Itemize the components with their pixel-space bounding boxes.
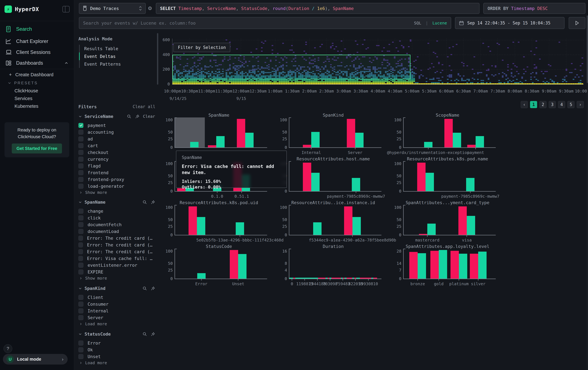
checkbox[interactable] bbox=[78, 302, 84, 307]
source-select[interactable]: Demo Traces bbox=[79, 3, 146, 14]
show-more-spanname[interactable]: Show more bbox=[79, 276, 107, 280]
get-started-button[interactable]: Get Started for Free bbox=[12, 143, 62, 153]
checkbox[interactable] bbox=[78, 170, 84, 175]
filter-option-frontend[interactable]: frontend bbox=[78, 169, 152, 176]
filter-group-header-spankind[interactable]: SpanKind bbox=[78, 286, 155, 291]
gear-icon[interactable]: ⚙ bbox=[148, 4, 152, 11]
help-button[interactable]: ? bbox=[4, 344, 12, 353]
pin-icon[interactable] bbox=[135, 114, 139, 119]
filter-option-error-the-credit-card-[interactable]: Error: The credit card (… bbox=[78, 235, 152, 241]
presets-toggle[interactable]: PRESETS bbox=[7, 81, 38, 85]
checkbox[interactable] bbox=[78, 347, 84, 352]
checkbox[interactable] bbox=[78, 270, 84, 274]
checkbox[interactable] bbox=[78, 249, 83, 254]
sidebar-collapse-icon[interactable] bbox=[63, 6, 70, 12]
search-icon[interactable] bbox=[143, 200, 147, 204]
filter-option-load-generator[interactable]: load-generator bbox=[78, 183, 152, 190]
analysis-mode-results-table[interactable]: Results Table bbox=[79, 45, 150, 52]
pagination-page-1[interactable]: 1 bbox=[530, 101, 537, 108]
page-scrollbar[interactable] bbox=[587, 15, 588, 370]
load-more-spankind[interactable]: Load more bbox=[79, 321, 107, 326]
filter-option-consumer[interactable]: Consumer bbox=[78, 301, 152, 307]
filter-option-checkout[interactable]: checkout bbox=[78, 149, 152, 156]
checkbox[interactable] bbox=[78, 143, 84, 148]
filter-option-cart[interactable]: cart bbox=[78, 142, 152, 149]
pin-icon[interactable] bbox=[151, 332, 155, 336]
language-toggle[interactable]: SQL | Lucene bbox=[414, 21, 447, 25]
run-query-button[interactable] bbox=[569, 17, 585, 29]
sidebar-item-client-sessions[interactable]: Client Sessions bbox=[0, 47, 74, 57]
pagination-page-3[interactable]: 3 bbox=[549, 101, 556, 108]
pagination-page-4[interactable]: 4 bbox=[558, 101, 565, 108]
pagination-page-5[interactable]: 5 bbox=[567, 101, 575, 108]
analysis-mode-event-patterns[interactable]: Event Patterns bbox=[79, 60, 150, 68]
checkbox[interactable] bbox=[78, 163, 84, 169]
analysis-mode-event-deltas[interactable]: Event Deltas bbox=[79, 52, 150, 60]
filter-by-selection-button[interactable]: Filter by Selection bbox=[173, 43, 230, 52]
panel-scrollbar[interactable] bbox=[157, 33, 158, 85]
filter-option-error-the-credit-card-[interactable]: Error: The credit card (… bbox=[78, 241, 152, 248]
search-icon[interactable] bbox=[127, 114, 131, 119]
filter-option-ad[interactable]: ad bbox=[78, 135, 152, 142]
checkbox[interactable] bbox=[78, 177, 84, 182]
show-more-servicename[interactable]: Show more bbox=[79, 190, 107, 195]
filter-option-client[interactable]: Client bbox=[78, 294, 152, 301]
sidebar-item-dashboards[interactable]: Dashboards bbox=[0, 58, 74, 68]
filter-option-currency[interactable]: currency bbox=[78, 156, 152, 162]
checkbox[interactable] bbox=[78, 242, 83, 247]
pin-icon[interactable] bbox=[151, 200, 155, 204]
filter-option-flagd[interactable]: flagd bbox=[78, 162, 152, 169]
date-range-picker[interactable]: Sep 14 22:04:35 - Sep 15 10:04:35 bbox=[455, 17, 565, 29]
sidebar-item-clickhouse[interactable]: ClickHouse bbox=[14, 88, 38, 93]
filter-group-header-spanname[interactable]: SpanName bbox=[78, 200, 155, 205]
checkbox[interactable] bbox=[78, 222, 84, 227]
heatmap-selection[interactable] bbox=[172, 55, 410, 79]
checkbox[interactable] bbox=[78, 340, 84, 346]
local-mode-pill[interactable]: U Local mode › bbox=[3, 354, 68, 365]
checkbox[interactable] bbox=[78, 308, 84, 313]
filter-group-clear[interactable]: Clear bbox=[143, 114, 155, 119]
filter-option-frontend-proxy[interactable]: frontend-proxy bbox=[78, 176, 152, 183]
select-query-input[interactable]: SELECT Timestamp, ServiceName, StatusCod… bbox=[156, 3, 480, 14]
filter-option-internal[interactable]: Internal bbox=[78, 307, 152, 314]
clear-all-button[interactable]: Clear all bbox=[133, 104, 155, 109]
filter-option-server[interactable]: Server bbox=[78, 314, 152, 321]
sidebar-item-search[interactable]: Search bbox=[0, 24, 74, 34]
filter-group-header-servicename[interactable]: ServiceNameClear bbox=[78, 114, 155, 119]
search-icon[interactable] bbox=[143, 332, 147, 336]
search-icon[interactable] bbox=[143, 286, 147, 291]
checkbox[interactable] bbox=[78, 130, 84, 135]
filter-group-header-statuscode[interactable]: StatusCode bbox=[78, 331, 155, 337]
checkbox[interactable] bbox=[78, 215, 84, 220]
search-input[interactable]: Search your events w/ Lucene ex. column:… bbox=[79, 17, 451, 29]
filter-option-documentload[interactable]: documentLoad bbox=[78, 228, 152, 235]
orderby-query-input[interactable]: ORDER BY Timestamp DESC bbox=[483, 3, 585, 14]
filter-option-documentfetch[interactable]: documentFetch bbox=[78, 221, 152, 228]
filter-option-payment[interactable]: payment bbox=[78, 122, 152, 129]
sidebar-item-kubernetes[interactable]: Kubernetes bbox=[14, 104, 38, 109]
pagination-prev[interactable]: ‹ bbox=[521, 101, 528, 108]
filter-option-error-the-credit-card-[interactable]: Error: The credit card (… bbox=[78, 248, 152, 255]
sidebar-item-chart-explorer[interactable]: Chart Explorer bbox=[0, 36, 74, 46]
create-dashboard-button[interactable]: +Create Dashboard bbox=[9, 72, 53, 77]
checkbox[interactable] bbox=[78, 150, 84, 155]
filter-option-eventlistener-error[interactable]: eventListener.error bbox=[78, 262, 152, 269]
checkbox[interactable] bbox=[78, 236, 83, 241]
filter-option-ok[interactable]: Ok bbox=[78, 346, 152, 353]
filter-option-error[interactable]: Error bbox=[78, 340, 152, 346]
checkbox[interactable] bbox=[78, 295, 84, 300]
pin-icon[interactable] bbox=[151, 286, 155, 291]
filter-option-unset[interactable]: Unset bbox=[78, 353, 152, 360]
checkbox[interactable] bbox=[78, 354, 84, 359]
filter-option-expire[interactable]: EXPIRE bbox=[78, 269, 152, 275]
pagination-page-2[interactable]: 2 bbox=[539, 101, 546, 108]
checkbox[interactable] bbox=[78, 256, 83, 261]
checkbox[interactable] bbox=[78, 209, 84, 214]
checkbox[interactable] bbox=[78, 157, 84, 162]
checkbox[interactable] bbox=[78, 184, 84, 189]
filter-option-click[interactable]: click bbox=[78, 214, 152, 221]
load-more-statuscode[interactable]: Load more bbox=[79, 360, 107, 365]
checkbox[interactable] bbox=[78, 136, 84, 141]
checkbox[interactable] bbox=[78, 123, 84, 128]
checkbox[interactable] bbox=[78, 229, 84, 234]
